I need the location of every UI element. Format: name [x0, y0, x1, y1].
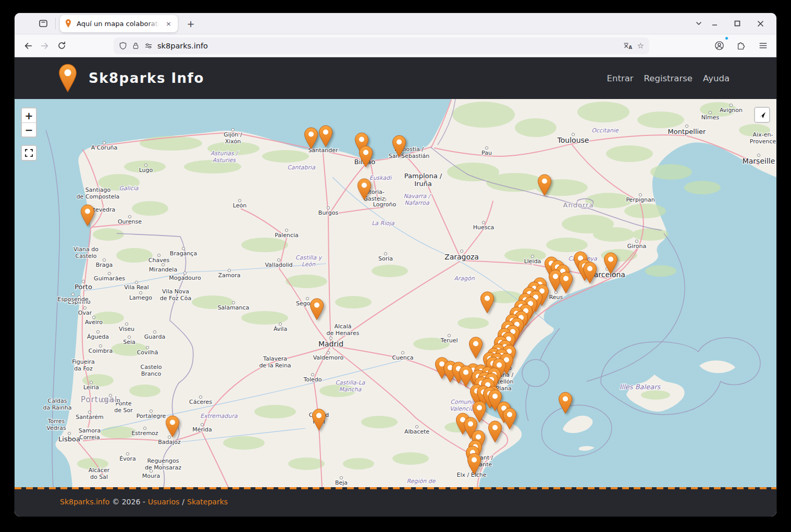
map-label: Ourense	[118, 218, 142, 225]
shield-icon[interactable]	[119, 42, 127, 50]
close-window-icon[interactable]	[752, 16, 768, 31]
maximize-icon[interactable]	[730, 16, 745, 31]
map-city-dot	[277, 258, 280, 261]
fullscreen-button[interactable]	[22, 146, 36, 160]
map-label: Samora	[79, 427, 101, 434]
bookmark-star-icon[interactable]: ☆	[637, 41, 644, 51]
map-label: Correia	[79, 434, 100, 441]
map-city-dot	[730, 104, 732, 106]
map-city-dot	[485, 146, 488, 149]
footer-skateparks-link[interactable]: Skateparks	[187, 498, 228, 506]
nav-entrar[interactable]: Entrar	[607, 73, 634, 83]
map-label: Asturies	[213, 157, 237, 164]
account-icon[interactable]	[711, 38, 727, 54]
map-label: Lisboa	[58, 435, 80, 443]
map-label: Aveiro	[85, 319, 103, 326]
zoom-control: + −	[21, 107, 37, 138]
map-label: Viana do	[73, 246, 98, 253]
reload-icon[interactable]	[53, 38, 70, 54]
map-label: Talavera	[263, 355, 287, 362]
footer-site-link[interactable]: Sk8parks.info	[60, 498, 109, 506]
map-city-dot	[139, 291, 142, 294]
navigation-toolbar: sk8parks.info A ☆	[15, 34, 776, 57]
zoom-out-button[interactable]: −	[22, 122, 36, 137]
map-label: Santiago	[85, 187, 111, 193]
map-label: Montpellier	[668, 128, 707, 135]
map-label: Figueira	[72, 358, 95, 365]
map-label: Mogadouro	[169, 275, 201, 281]
translate-icon[interactable]: A	[623, 42, 633, 50]
map-label: Coimbra	[89, 348, 113, 354]
site-nav: Entrar Registrarse Ayuda	[607, 73, 730, 83]
zoom-in-button[interactable]: +	[22, 108, 36, 122]
map-city-dot	[327, 206, 329, 209]
map-label: Occitanie	[591, 127, 619, 134]
map-city-dot	[201, 423, 203, 426]
footer-users-link[interactable]: Usuarios	[148, 498, 180, 506]
window-controls	[707, 16, 768, 31]
map-city-dot	[182, 247, 184, 250]
firefox-view-icon[interactable]	[35, 16, 51, 31]
map-city-dot	[232, 301, 234, 304]
map-label: de Compostela	[77, 193, 120, 200]
map-city-dot	[531, 255, 534, 257]
map-label: Región de	[407, 478, 436, 485]
map-label: Huesca	[473, 224, 495, 231]
map-label: Aix-en-	[753, 131, 773, 138]
permissions-icon[interactable]	[144, 42, 153, 50]
map-label: Beja	[335, 479, 348, 486]
map-label: Provence	[750, 138, 776, 145]
map-label: Leiria	[83, 384, 99, 391]
map-label: León	[302, 261, 316, 268]
list-tabs-chevron-icon[interactable]	[691, 16, 707, 31]
map-city-dot	[482, 221, 485, 224]
site-footer: Sk8parks.info © 2026 - Usuarios / Skatep…	[15, 487, 776, 516]
url-bar[interactable]: sk8parks.info A ☆	[114, 38, 649, 54]
url-text[interactable]: sk8parks.info	[157, 42, 619, 50]
menu-hamburger-icon[interactable]	[755, 38, 771, 54]
map-city-dot	[126, 452, 129, 455]
browser-tab[interactable]: Aquí un mapa colaborativo de skateparks …	[60, 15, 178, 32]
map-label: Caldas	[48, 398, 67, 404]
svg-text:A: A	[628, 44, 632, 50]
map-city-dot	[146, 346, 149, 349]
map-label: Santander	[308, 147, 338, 154]
map-label: Elx / Elche	[456, 472, 486, 478]
map-label: Reguengos	[147, 457, 179, 464]
map-city-dot	[125, 323, 128, 325]
map-label: Covilhã	[137, 349, 158, 356]
lock-icon[interactable]	[132, 42, 140, 50]
site-logo-pin-icon	[58, 64, 77, 93]
page-title: Sk8parks Info	[89, 70, 204, 86]
map-label: Mirandela	[149, 266, 177, 273]
map-label: de Foz Côa	[160, 295, 191, 302]
nav-ayuda[interactable]: Ayuda	[703, 73, 730, 83]
map-city-dot	[709, 111, 711, 114]
nav-registrarse[interactable]: Registrarse	[644, 73, 693, 83]
map[interactable]: A CoruñaSantiagode CompostelaPontevedraO…	[15, 99, 776, 487]
map-city-dot	[306, 297, 308, 300]
forward-icon[interactable]	[36, 38, 53, 54]
map-label: Ovar	[78, 310, 92, 316]
tab-close-icon[interactable]: ×	[164, 19, 174, 29]
new-tab-button[interactable]: +	[183, 16, 199, 31]
minimize-icon[interactable]	[707, 16, 722, 31]
map-city-dot	[157, 254, 160, 256]
map-label: Badajoz	[158, 439, 181, 446]
map-city-dot	[144, 164, 147, 166]
map-city-dot	[128, 215, 131, 218]
map-city-dot	[103, 258, 105, 261]
map-city-dot	[685, 125, 688, 127]
map-city-dot	[228, 269, 230, 271]
map-label: Avignon	[720, 107, 743, 114]
map-label: de la Reina	[259, 362, 291, 369]
map-label: San Sebastián	[389, 153, 430, 159]
map-label: Seia	[123, 339, 135, 345]
map-label: Cáceres	[189, 399, 212, 405]
locate-button[interactable]	[755, 108, 769, 122]
map-city-dot	[108, 272, 110, 275]
map-label: Marseille	[743, 157, 775, 165]
back-icon[interactable]	[20, 38, 36, 54]
map-label: Valdemoro	[313, 354, 344, 361]
extensions-puzzle-icon[interactable]	[733, 38, 749, 54]
